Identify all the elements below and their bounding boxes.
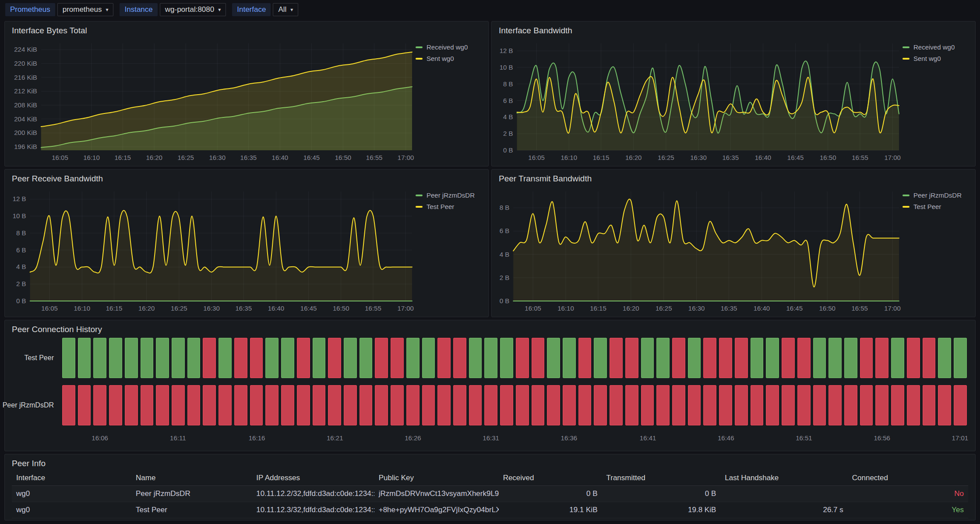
column-header-name[interactable]: Name	[131, 470, 252, 486]
time-series-plot[interactable]: 0 B2 B4 B6 B8 B16:0516:1016:1516:2016:25…	[495, 185, 902, 314]
svg-text:16:30: 16:30	[209, 154, 226, 161]
panel-title[interactable]: Peer Info	[5, 454, 975, 469]
column-header-connected[interactable]: Connected	[848, 470, 968, 486]
state-connected-bar	[141, 338, 154, 378]
variable-group-interface: Interface All ▾	[232, 3, 298, 16]
svg-text:12 B: 12 B	[500, 47, 513, 54]
state-disconnected-bar	[391, 338, 404, 378]
state-disconnected-bar	[297, 338, 310, 378]
state-connected-bar	[844, 338, 857, 378]
svg-text:6 B: 6 B	[16, 246, 26, 254]
state-disconnected-bar	[234, 385, 247, 425]
state-connected-bar	[109, 338, 122, 378]
legend-item[interactable]: Test Peer	[416, 203, 485, 210]
state-disconnected-bar	[735, 385, 748, 425]
state-disconnected-bar	[610, 338, 623, 378]
state-disconnected-bar	[344, 385, 357, 425]
legend-label: Test Peer	[913, 203, 941, 210]
state-disconnected-bar	[375, 338, 388, 378]
series-color-swatch	[416, 206, 423, 208]
variable-dropdown-interface[interactable]: All ▾	[273, 3, 298, 16]
svg-text:16:35: 16:35	[240, 154, 257, 161]
svg-text:16:50: 16:50	[335, 154, 352, 161]
variable-dropdown-instance[interactable]: wg-portal:8080 ▾	[160, 3, 226, 16]
table-cell-public-key: +8he+pyWH7Oa9g2FVjIxQzy04brLX+D	[374, 502, 499, 518]
state-connected-bar	[656, 338, 670, 378]
column-header-interface[interactable]: Interface	[12, 470, 131, 486]
state-disconnected-bar	[516, 338, 529, 378]
panel-title[interactable]: Interface Bandwidth	[492, 21, 975, 36]
legend-item[interactable]: Peer jRzmDsDR	[416, 191, 485, 199]
state-disconnected-bar	[610, 385, 623, 425]
state-disconnected-bar	[437, 338, 451, 378]
state-disconnected-bar	[250, 338, 263, 378]
state-disconnected-bar	[875, 338, 888, 378]
svg-text:4 B: 4 B	[503, 113, 513, 120]
legend-item[interactable]: Sent wg0	[416, 55, 485, 62]
time-series-plot[interactable]: 0 B2 B4 B6 B8 B10 B12 B16:0516:1016:1516…	[8, 185, 416, 314]
column-header-transmitted[interactable]: Transmitted	[602, 470, 720, 486]
panel-title[interactable]: Peer Receive Bandwidth	[5, 170, 488, 184]
svg-text:16:40: 16:40	[754, 304, 770, 312]
table-cell-ip-addresses: 10.11.12.2/32,fdfd:d3ad:c0de:1234::1/128	[252, 486, 374, 502]
column-header-ip-addresses[interactable]: IP Addresses	[252, 470, 374, 486]
series-color-swatch	[902, 195, 909, 196]
chevron-down-icon: ▾	[106, 7, 108, 12]
variable-label-instance: Instance	[120, 3, 157, 16]
panel-title[interactable]: Peer Transmit Bandwidth	[492, 170, 975, 184]
panel-interface-bytes-total: Interface Bytes Total 196 KiB200 KiB204 …	[4, 21, 489, 166]
panel-peer-transmit-bandwidth: Peer Transmit Bandwidth 0 B2 B4 B6 B8 B1…	[491, 169, 976, 317]
table-cell-received: 0 B	[499, 486, 602, 502]
series-color-swatch	[902, 58, 909, 60]
state-connected-bar	[125, 338, 138, 378]
state-connected-bar	[563, 338, 576, 378]
svg-text:212 KiB: 212 KiB	[14, 87, 37, 95]
svg-text:16:05: 16:05	[52, 154, 68, 161]
state-disconnected-bar	[797, 385, 811, 425]
panel-title[interactable]: Peer Connection History	[5, 320, 975, 335]
time-series-plot[interactable]: 196 KiB200 KiB204 KiB208 KiB212 KiB216 K…	[8, 37, 416, 163]
table-cell-interface: wg0	[12, 502, 131, 518]
state-disconnected-bar	[484, 385, 497, 425]
svg-text:16:55: 16:55	[851, 304, 868, 312]
x-axis-tick-label: 16:51	[796, 434, 812, 442]
variable-group-instance: Instance wg-portal:8080 ▾	[120, 3, 226, 16]
variable-dropdown-prometheus[interactable]: prometheus ▾	[57, 3, 114, 16]
time-series-plot[interactable]: 0 B2 B4 B6 B8 B10 B12 B16:0516:1016:1516…	[495, 37, 902, 163]
column-header-last-handshake[interactable]: Last Handshake	[720, 470, 847, 486]
state-disconnected-bar	[360, 385, 373, 425]
svg-text:16:45: 16:45	[303, 154, 320, 161]
state-connected-bar	[751, 338, 764, 378]
timeline-rows: Test PeerPeer jRzmDsDR	[12, 338, 968, 425]
state-disconnected-bar	[828, 385, 842, 425]
state-disconnected-bar	[297, 385, 310, 425]
state-disconnected-bar	[954, 385, 967, 425]
svg-text:16:15: 16:15	[593, 154, 610, 161]
legend-item[interactable]: Test Peer	[902, 203, 972, 210]
column-header-received[interactable]: Received	[499, 470, 602, 486]
state-connected-bar	[406, 338, 419, 378]
svg-text:16:20: 16:20	[138, 304, 155, 312]
column-header-public-key[interactable]: Public Key	[374, 470, 499, 486]
state-connected-bar	[281, 338, 294, 378]
legend-item[interactable]: Peer jRzmDsDR	[902, 191, 972, 199]
legend-item[interactable]: Received wg0	[902, 43, 972, 51]
legend-item[interactable]: Received wg0	[416, 43, 485, 51]
state-connected-bar	[156, 338, 169, 378]
state-disconnected-bar	[891, 385, 904, 425]
svg-text:16:05: 16:05	[525, 304, 541, 312]
state-connected-bar	[766, 338, 779, 378]
state-disconnected-bar	[641, 385, 654, 425]
state-connected-bar	[344, 338, 357, 378]
variable-label-prometheus: Prometheus	[5, 3, 55, 16]
state-disconnected-bar	[578, 385, 592, 425]
state-connected-bar	[641, 338, 654, 378]
variable-value: wg-portal:8080	[165, 6, 214, 14]
svg-text:16:35: 16:35	[235, 304, 252, 312]
state-connected-bar	[469, 338, 482, 378]
panel-interface-bandwidth: Interface Bandwidth 0 B2 B4 B6 B8 B10 B1…	[491, 21, 976, 166]
legend-item[interactable]: Sent wg0	[902, 55, 972, 62]
panel-title[interactable]: Interface Bytes Total	[5, 21, 488, 36]
svg-text:204 KiB: 204 KiB	[14, 115, 37, 123]
state-disconnected-bar	[532, 385, 545, 425]
